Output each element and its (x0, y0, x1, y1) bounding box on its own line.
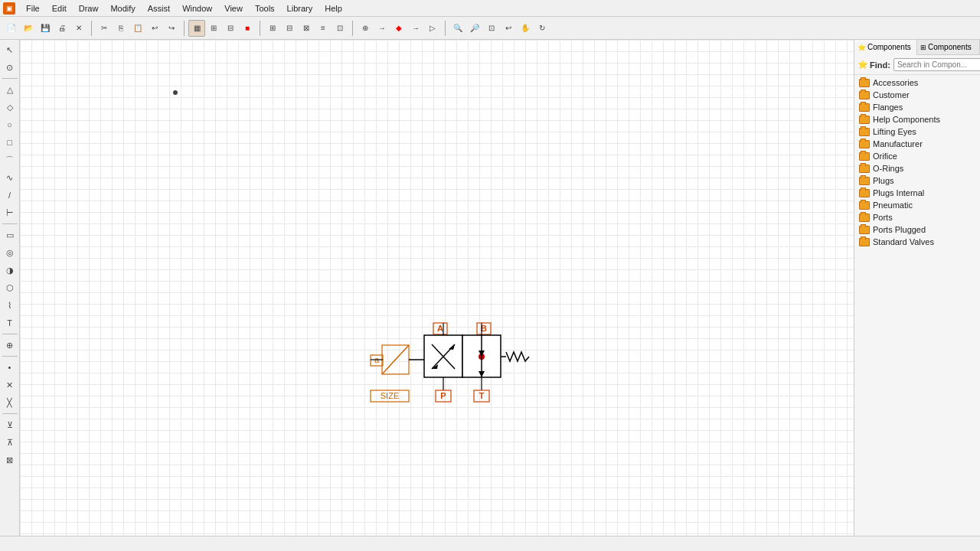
menu-tools[interactable]: Tools (249, 2, 281, 15)
dot-tool[interactable]: • (2, 359, 18, 376)
zoom-fit[interactable]: ⊡ (483, 20, 500, 37)
menu-modify[interactable]: Modify (104, 2, 141, 15)
block-button[interactable]: ▦ (188, 20, 205, 37)
diamond-tool[interactable]: ◇ (2, 99, 18, 116)
tab-components-2[interactable]: ⊞ Components (917, 40, 980, 54)
folder-icon (859, 189, 870, 197)
triangle-tool[interactable]: △ (2, 81, 18, 98)
menu-help[interactable]: Help (318, 2, 348, 15)
menu-window[interactable]: Window (176, 2, 218, 15)
rect-tool[interactable]: □ (2, 134, 18, 151)
comp-item-ports-plugged[interactable]: Ports Plugged (854, 223, 980, 236)
components-icon: ⊞ (920, 44, 926, 51)
table-btn1[interactable]: ⊞ (264, 20, 281, 37)
comp-item-ports[interactable]: Ports (854, 211, 980, 223)
app-icon: ▣ (3, 2, 15, 15)
snap-btn5[interactable]: ▷ (424, 20, 441, 37)
snap-btn4[interactable]: → (407, 20, 424, 37)
find-star-icon: ⭐ (858, 60, 868, 70)
save-button[interactable]: 💾 (37, 20, 54, 37)
main-toolbar: 📄 📂 💾 🖨 ✕ ✂ ⎘ 📋 ↩ ↪ ▦ ⊞ ⊟ ■ ⊞ ⊟ ⊠ ≡ ⊡ ⊕ … (0, 17, 980, 40)
zoom-window[interactable]: 🔍 (449, 20, 466, 37)
draw-text[interactable]: T (2, 315, 18, 331)
cut-button[interactable]: ✂ (96, 20, 113, 37)
snap-btn1[interactable]: ⊕ (357, 20, 374, 37)
grid-button1[interactable]: ⊞ (205, 20, 222, 37)
xline-tool3[interactable]: ⊻ (2, 416, 18, 433)
comp-item-manufacturer[interactable]: Manufacturer (854, 138, 980, 150)
menu-library[interactable]: Library (281, 2, 319, 15)
select-tool[interactable]: ↖ (2, 41, 18, 58)
comp-item-flanges[interactable]: Flanges (854, 101, 980, 113)
arc-tool[interactable]: ⌒ (2, 152, 18, 168)
print-button[interactable]: 🖨 (54, 20, 70, 37)
comp-item-lifting[interactable]: Lifting Eyes (854, 126, 980, 138)
measure-tool[interactable]: ⊢ (2, 204, 18, 221)
table-tools: ⊞ ⊟ ⊠ ≡ ⊡ (264, 20, 348, 37)
svg-line-22 (382, 345, 409, 374)
zoom-prev[interactable]: ↩ (500, 20, 517, 37)
snap-btn2[interactable]: → (374, 20, 390, 37)
menu-assist[interactable]: Assist (142, 2, 176, 15)
xline-tool2[interactable]: ╳ (2, 394, 18, 411)
folder-icon (859, 79, 870, 87)
open-button[interactable]: 📂 (20, 20, 37, 37)
draw-rect[interactable]: ▭ (2, 227, 18, 243)
main-area: ↖ ⊙ △ ◇ ○ □ ⌒ ∿ / ⊢ ▭ ◎ ◑ ⬡ ⌇ T ⊕ • ✕ ╳ … (0, 40, 980, 536)
trim-tool[interactable]: ⊠ (2, 452, 18, 468)
fill-button[interactable]: ■ (239, 20, 256, 37)
table-btn2[interactable]: ⊟ (281, 20, 298, 37)
comp-item-orifice[interactable]: Orifice (854, 150, 980, 162)
tab-components-1[interactable]: ⭐ Components (854, 40, 917, 55)
zoom-tool[interactable]: ⊙ (2, 59, 18, 76)
menu-view[interactable]: View (218, 2, 249, 15)
table-btn4[interactable]: ≡ (315, 20, 332, 37)
drawing-canvas[interactable]: A B (20, 40, 854, 536)
table-btn5[interactable]: ⊡ (332, 20, 348, 37)
menu-draw[interactable]: Draw (73, 2, 105, 15)
right-panel-tabs: ⭐ Components ⊞ Components (854, 40, 980, 55)
lt-sep5 (2, 413, 18, 414)
comp-item-orings[interactable]: O-Rings (854, 162, 980, 174)
left-toolbar: ↖ ⊙ △ ◇ ○ □ ⌒ ∿ / ⊢ ▭ ◎ ◑ ⬡ ⌇ T ⊕ • ✕ ╳ … (0, 40, 20, 536)
comp-item-help[interactable]: Help Components (854, 113, 980, 126)
zoom-out[interactable]: 🔎 (466, 20, 483, 37)
comp-item-plugs[interactable]: Plugs (854, 174, 980, 187)
snap-btn3[interactable]: ◆ (390, 20, 407, 37)
paste-button[interactable]: 📋 (129, 20, 146, 37)
new-button[interactable]: 📄 (3, 20, 20, 37)
xline-tool1[interactable]: ✕ (2, 377, 18, 393)
comp-item-pneumatic[interactable]: Pneumatic (854, 199, 980, 211)
draw-circle[interactable]: ◎ (2, 244, 18, 261)
lt-sep1 (2, 78, 18, 79)
undo-button[interactable]: ↩ (146, 20, 163, 37)
table-btn3[interactable]: ⊠ (298, 20, 315, 37)
draw-mode-tools: ▦ ⊞ ⊟ ■ (188, 20, 256, 37)
copy-button[interactable]: ⎘ (113, 20, 129, 37)
close-button[interactable]: ✕ (70, 20, 87, 37)
circle-tool[interactable]: ○ (2, 116, 18, 133)
grid-button2[interactable]: ⊟ (222, 20, 239, 37)
comp-item-customer[interactable]: Customer (854, 89, 980, 101)
folder-icon (859, 165, 870, 173)
comp-item-plugs-internal[interactable]: Plugs Internal (854, 187, 980, 199)
line-tool[interactable]: / (2, 187, 18, 204)
folder-icon (859, 116, 870, 124)
find-label: ⭐ Find: (858, 60, 890, 70)
xline-tool4[interactable]: ⊼ (2, 434, 18, 451)
comp-item-standard-valves[interactable]: Standard Valves (854, 236, 980, 248)
search-input[interactable] (893, 58, 980, 71)
draw-arc[interactable]: ◑ (2, 262, 18, 279)
redo-button[interactable]: ↪ (163, 20, 180, 37)
folder-icon (859, 201, 870, 210)
insert-tool[interactable]: ⊕ (2, 337, 18, 354)
draw-poly[interactable]: ⬡ (2, 279, 18, 296)
pan[interactable]: ✋ (517, 20, 534, 37)
menu-edit[interactable]: Edit (46, 2, 73, 15)
menu-file[interactable]: File (20, 2, 46, 15)
curve-tool[interactable]: ∿ (2, 169, 18, 186)
comp-item-accessories[interactable]: Accessories (854, 77, 980, 89)
redraw[interactable]: ↻ (534, 20, 550, 37)
folder-icon (859, 103, 870, 112)
draw-spline[interactable]: ⌇ (2, 297, 18, 314)
